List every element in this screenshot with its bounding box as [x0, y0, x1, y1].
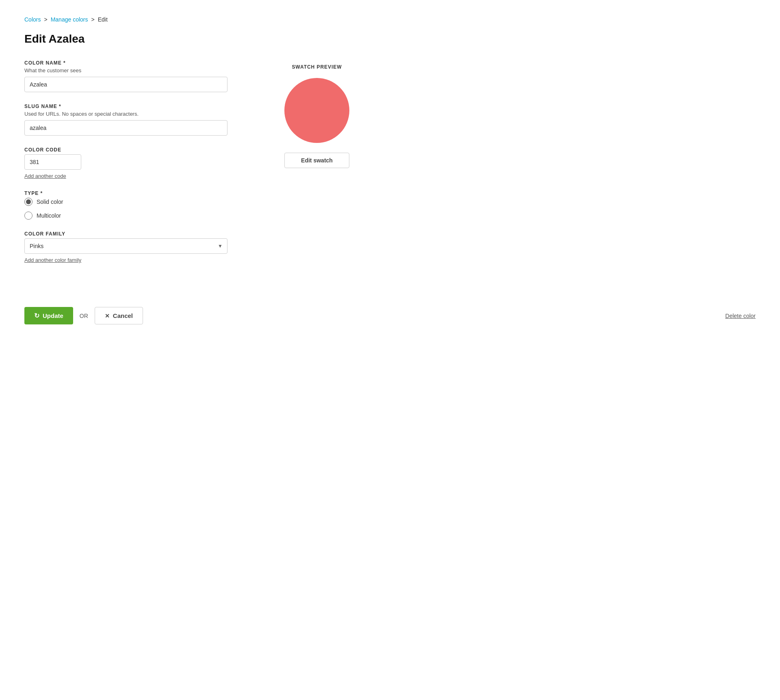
color-family-select-wrapper: Pinks Reds Blues Greens Yellows Oranges …: [24, 238, 228, 254]
delete-color-button[interactable]: Delete color: [725, 313, 756, 319]
update-button-label: Update: [43, 312, 63, 319]
color-family-field-group: COLOR FAMILY Pinks Reds Blues Greens Yel…: [24, 231, 228, 263]
color-code-field-group: COLOR CODE Add another code: [24, 147, 228, 179]
bottom-action-bar: ↻ Update OR ✕ Cancel Delete color: [24, 299, 756, 324]
or-text: OR: [80, 313, 88, 319]
swatch-preview-label: SWATCH PREVIEW: [292, 64, 342, 70]
color-name-label: COLOR NAME *: [24, 60, 228, 66]
swatch-circle: [284, 78, 349, 143]
color-family-label: COLOR FAMILY: [24, 231, 228, 237]
slug-name-hint: Used for URLs. No spaces or special char…: [24, 111, 228, 117]
radio-multicolor[interactable]: [24, 212, 32, 220]
color-name-hint: What the customer sees: [24, 67, 228, 73]
page-title: Edit Azalea: [24, 32, 756, 45]
refresh-icon: ↻: [34, 312, 39, 320]
add-another-code-link[interactable]: Add another code: [24, 173, 66, 179]
form-section: COLOR NAME * What the customer sees SLUG…: [24, 60, 228, 274]
cancel-button[interactable]: ✕ Cancel: [95, 307, 143, 324]
radio-option-multicolor[interactable]: Multicolor: [24, 212, 228, 220]
slug-name-label: SLUG NAME *: [24, 104, 228, 109]
radio-solid-color[interactable]: [24, 198, 32, 206]
radio-option-solid[interactable]: Solid color: [24, 198, 228, 206]
breadcrumb: Colors > Manage colors > Edit: [24, 16, 756, 23]
breadcrumb-separator-2: >: [91, 16, 94, 23]
radio-multicolor-label: Multicolor: [37, 212, 61, 219]
breadcrumb-current: Edit: [98, 16, 108, 23]
bottom-left-actions: ↻ Update OR ✕ Cancel: [24, 307, 143, 324]
color-family-select[interactable]: Pinks Reds Blues Greens Yellows Oranges …: [24, 238, 228, 254]
radio-solid-color-label: Solid color: [37, 199, 63, 205]
type-label: TYPE *: [24, 190, 228, 196]
cancel-button-label: Cancel: [113, 312, 133, 319]
type-field-group: TYPE * Solid color Multicolor: [24, 190, 228, 220]
color-name-input[interactable]: [24, 77, 228, 92]
color-code-input[interactable]: [24, 154, 81, 170]
close-icon: ✕: [105, 313, 110, 319]
swatch-section: SWATCH PREVIEW Edit swatch: [260, 60, 374, 168]
color-code-label: COLOR CODE: [24, 147, 228, 153]
type-radio-group: Solid color Multicolor: [24, 198, 228, 220]
breadcrumb-colors-link[interactable]: Colors: [24, 16, 41, 23]
edit-swatch-button[interactable]: Edit swatch: [284, 153, 349, 168]
slug-name-input[interactable]: [24, 120, 228, 136]
breadcrumb-separator-1: >: [44, 16, 47, 23]
update-button[interactable]: ↻ Update: [24, 307, 73, 324]
breadcrumb-manage-colors-link[interactable]: Manage colors: [51, 16, 88, 23]
add-another-color-family-link[interactable]: Add another color family: [24, 257, 81, 263]
slug-name-field-group: SLUG NAME * Used for URLs. No spaces or …: [24, 104, 228, 136]
color-name-field-group: COLOR NAME * What the customer sees: [24, 60, 228, 92]
